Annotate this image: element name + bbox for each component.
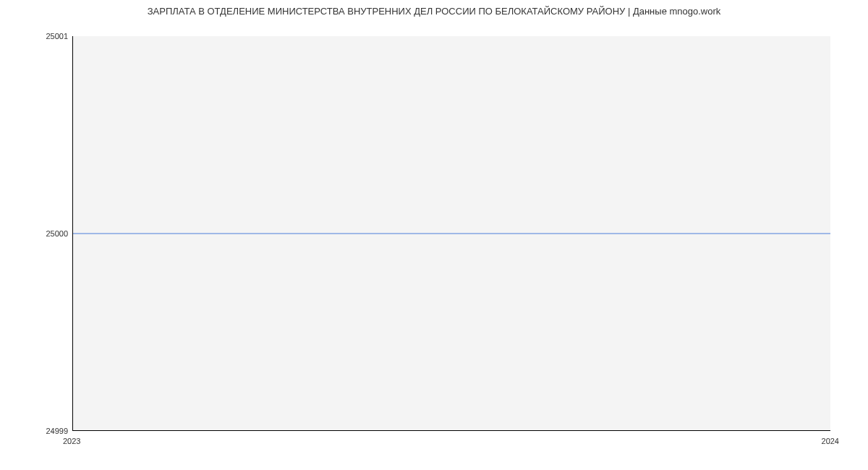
x-axis-tick: 2023 <box>63 437 80 445</box>
y-axis-tick: 25000 <box>46 229 68 238</box>
chart-title: ЗАРПЛАТА В ОТДЕЛЕНИЕ МИНИСТЕРСТВА ВНУТРЕ… <box>0 6 868 17</box>
x-axis-tick: 2024 <box>822 437 839 445</box>
data-line <box>73 233 830 234</box>
y-axis-tick: 24999 <box>46 427 68 435</box>
y-axis-tick: 25001 <box>46 32 68 40</box>
plot-area <box>72 36 830 431</box>
